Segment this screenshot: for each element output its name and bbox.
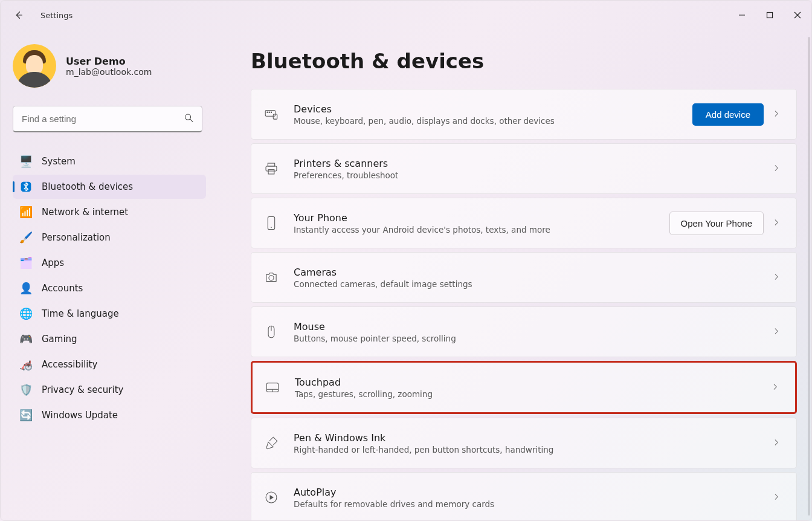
card-cameras[interactable]: CamerasConnected cameras, default image … <box>251 252 797 303</box>
titlebar-left: Settings <box>9 5 72 25</box>
card-title: Printers & scanners <box>294 158 758 169</box>
chevron-right-icon <box>772 163 784 175</box>
card-action-yourphone[interactable]: Open Your Phone <box>669 212 764 235</box>
sidebar-item-system[interactable]: 🖥️System <box>13 149 206 173</box>
sidebar-label: Accounts <box>42 283 83 294</box>
card-subtitle: Preferences, troubleshoot <box>294 170 758 180</box>
autoplay-icon <box>263 490 279 505</box>
profile-text: User Demo m_lab@outlook.com <box>66 56 152 77</box>
minimize-button[interactable] <box>728 5 756 25</box>
touchpad-icon <box>265 380 280 395</box>
sidebar-label: Bluetooth & devices <box>42 181 133 192</box>
sidebar-label: Privacy & security <box>42 384 123 395</box>
card-pen[interactable]: Pen & Windows InkRight-handed or left-ha… <box>251 418 797 468</box>
sidebar-icon: 🔄 <box>20 409 32 421</box>
back-button[interactable] <box>9 5 28 25</box>
sidebar-item-time-language[interactable]: 🌐Time & language <box>13 302 206 326</box>
card-subtitle: Instantly access your Android device's p… <box>294 225 655 235</box>
card-text: Printers & scannersPreferences, troubles… <box>294 158 758 180</box>
svg-rect-14 <box>268 170 274 174</box>
search-wrap <box>13 106 202 132</box>
svg-point-10 <box>271 112 271 112</box>
pen-icon <box>263 435 279 451</box>
back-arrow-icon <box>13 10 24 21</box>
card-printers[interactable]: Printers & scannersPreferences, troubles… <box>251 143 797 194</box>
search-input[interactable] <box>13 106 202 132</box>
chevron-right-icon <box>771 382 783 393</box>
sidebar-item-network-internet[interactable]: 📶Network & internet <box>13 200 206 224</box>
sidebar-nav: 🖥️SystemBluetooth & devices📶Network & in… <box>13 149 206 427</box>
maximize-icon <box>766 11 773 19</box>
card-action-area <box>771 382 783 393</box>
card-subtitle: Taps, gestures, scrolling, zooming <box>295 389 756 399</box>
svg-line-5 <box>190 119 193 121</box>
window-controls <box>728 5 811 25</box>
maximize-button[interactable] <box>756 5 784 25</box>
card-text: Pen & Windows InkRight-handed or left-ha… <box>294 432 758 455</box>
sidebar-label: Accessibility <box>42 359 97 370</box>
card-action-devices[interactable]: Add device <box>692 103 764 126</box>
scrollbar[interactable] <box>808 37 810 516</box>
card-title: Your Phone <box>294 212 655 224</box>
sidebar-icon: 🖥️ <box>20 155 32 167</box>
sidebar-item-accessibility[interactable]: 🦽Accessibility <box>13 352 206 377</box>
minimize-icon <box>738 11 746 19</box>
card-action-area <box>772 438 784 449</box>
sidebar-icon: 🎮 <box>20 333 32 345</box>
svg-point-8 <box>267 112 268 112</box>
sidebar-icon: 🗂️ <box>20 257 32 269</box>
sidebar-item-bluetooth-devices[interactable]: Bluetooth & devices <box>13 175 206 199</box>
sidebar-item-privacy-security[interactable]: 🛡️Privacy & security <box>13 378 206 402</box>
card-yourphone[interactable]: Your PhoneInstantly access your Android … <box>251 198 797 248</box>
sidebar-item-personalization[interactable]: 🖌️Personalization <box>13 225 206 250</box>
svg-point-17 <box>269 276 274 280</box>
card-autoplay[interactable]: AutoPlayDefaults for removable drives an… <box>251 472 797 520</box>
sidebar-icon: 📶 <box>20 206 32 218</box>
card-devices[interactable]: DevicesMouse, keyboard, pen, audio, disp… <box>251 89 797 140</box>
sidebar-icon <box>20 181 32 193</box>
printers-icon <box>263 161 279 176</box>
card-title: AutoPlay <box>294 487 758 498</box>
sidebar-label: Time & language <box>42 308 119 319</box>
svg-rect-1 <box>767 13 773 18</box>
svg-rect-13 <box>266 166 277 171</box>
card-text: AutoPlayDefaults for removable drives an… <box>294 487 758 509</box>
chevron-right-icon <box>772 492 784 503</box>
devices-icon <box>263 106 279 122</box>
svg-rect-12 <box>268 163 274 166</box>
content-body: User Demo m_lab@outlook.com 🖥️SystemBlue… <box>1 30 811 520</box>
window-title: Settings <box>40 11 72 20</box>
card-action-area: Add device <box>692 103 784 126</box>
card-action-area <box>772 163 784 175</box>
sidebar-item-accounts[interactable]: 👤Accounts <box>13 276 206 300</box>
sidebar-label: Gaming <box>42 334 77 345</box>
card-touchpad[interactable]: TouchpadTaps, gestures, scrolling, zoomi… <box>251 361 797 414</box>
profile-name: User Demo <box>66 56 152 67</box>
card-subtitle: Right-handed or left-handed, pen button … <box>294 445 758 455</box>
card-mouse[interactable]: MouseButtons, mouse pointer speed, scrol… <box>251 306 797 357</box>
card-list: DevicesMouse, keyboard, pen, audio, disp… <box>251 89 797 520</box>
page-title: Bluetooth & devices <box>251 49 797 73</box>
sidebar: User Demo m_lab@outlook.com 🖥️SystemBlue… <box>1 30 212 520</box>
card-action-area: Open Your Phone <box>669 212 784 235</box>
sidebar-item-gaming[interactable]: 🎮Gaming <box>13 327 206 351</box>
sidebar-item-windows-update[interactable]: 🔄Windows Update <box>13 403 206 427</box>
sidebar-label: Network & internet <box>42 207 128 218</box>
card-subtitle: Mouse, keyboard, pen, audio, displays an… <box>294 116 678 126</box>
card-text: CamerasConnected cameras, default image … <box>294 267 758 289</box>
chevron-right-icon <box>772 326 784 338</box>
cameras-icon <box>263 270 279 285</box>
card-subtitle: Connected cameras, default image setting… <box>294 279 758 289</box>
sidebar-item-apps[interactable]: 🗂️Apps <box>13 251 206 275</box>
card-title: Pen & Windows Ink <box>294 432 758 444</box>
svg-rect-7 <box>265 111 275 117</box>
card-title: Touchpad <box>295 377 756 388</box>
sidebar-icon: 🛡️ <box>20 384 32 396</box>
close-button[interactable] <box>784 5 811 25</box>
profile-block[interactable]: User Demo m_lab@outlook.com <box>13 44 206 88</box>
main-pane: Bluetooth & devices DevicesMouse, keyboa… <box>212 30 811 520</box>
card-title: Mouse <box>294 321 758 332</box>
card-text: DevicesMouse, keyboard, pen, audio, disp… <box>294 103 678 126</box>
sidebar-label: Windows Update <box>42 410 118 421</box>
close-icon <box>794 11 801 19</box>
